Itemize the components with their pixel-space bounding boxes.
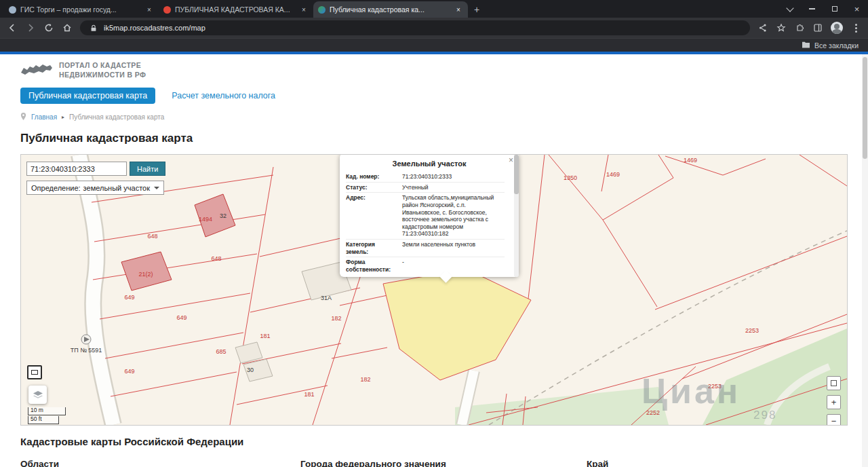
zoom-controls: + − <box>827 376 841 426</box>
popup-field-value: Земли населенных пунктов <box>402 241 505 255</box>
russia-map-logo-icon <box>20 61 53 80</box>
popup-row: Адрес:Тульская область,муниципальный рай… <box>346 193 505 240</box>
window-controls: × <box>778 0 868 18</box>
browser-tab-2[interactable]: ПУБЛИЧНАЯ КАДАСТРОВАЯ КА... × <box>159 1 313 18</box>
nav-link-land-tax[interactable]: Расчет земельного налога <box>172 91 275 100</box>
popup-row: Категория земель:Земли населенных пункто… <box>346 240 505 257</box>
footer-column-heading: Области <box>20 459 59 467</box>
extensions-puzzle-icon[interactable] <box>794 22 805 33</box>
page-scrollbar[interactable] <box>862 54 868 467</box>
bookmark-star-icon[interactable] <box>776 22 787 33</box>
maximize-button[interactable] <box>823 0 846 18</box>
new-tab-button[interactable]: + <box>468 1 486 18</box>
address-bar[interactable]: ik5map.roscadastres.com/map <box>80 20 750 35</box>
footer-column-heading: Край <box>587 459 608 467</box>
popup-field-value: - <box>402 259 505 273</box>
tab-close-icon[interactable]: × <box>144 5 154 14</box>
home-icon[interactable] <box>62 22 73 33</box>
tab-close-icon[interactable]: × <box>299 5 309 14</box>
popup-field-value: Тульская область,муниципальный район Ясн… <box>402 194 505 238</box>
popup-scrollbar[interactable] <box>514 154 519 277</box>
popup-scrollbar-thumb[interactable] <box>514 155 519 194</box>
tab-strip: ГИС Торги – продажи госуд... × ПУБЛИЧНАЯ… <box>0 0 868 18</box>
site-nav: Публичная кадастровая карта Расчет земел… <box>20 88 848 104</box>
filter-value: земельный участок <box>83 184 150 192</box>
parcel-info-popup: × Земельный участок Кад. номер:71:23:040… <box>340 154 519 277</box>
close-window-button[interactable]: × <box>846 0 868 18</box>
filter-label: Определение: <box>31 184 81 192</box>
tab1-favicon <box>9 6 16 14</box>
cadastral-search-input[interactable] <box>26 162 127 176</box>
browser-tab-3-active[interactable]: Публичная кадастровая ка... × <box>313 1 468 18</box>
share-icon[interactable] <box>757 22 768 33</box>
profile-avatar[interactable] <box>831 22 843 34</box>
folder-icon <box>802 41 810 50</box>
page-scrollbar-thumb[interactable] <box>863 57 867 159</box>
popup-row: Форма собственности:- <box>346 257 505 274</box>
popup-row: Кад. номер:71:23:040310:2333 <box>346 172 505 183</box>
scale-meters: 10 m <box>28 407 66 415</box>
popup-field-label: Категория земель: <box>346 241 399 255</box>
map-scale: 10 m 50 ft <box>28 407 66 424</box>
window-menu-chevron-icon[interactable] <box>778 0 801 18</box>
browser-tab-1[interactable]: ГИС Торги – продажи госуд... × <box>4 1 159 18</box>
screenshot-tool-button[interactable] <box>27 365 42 379</box>
watermark-number: 298 <box>753 409 776 422</box>
popup-close-icon[interactable]: × <box>509 156 513 164</box>
zoom-out-button[interactable]: − <box>827 414 841 426</box>
nav-tab-cadastral-map[interactable]: Публичная кадастровая карта <box>20 88 155 104</box>
browser-window: ГИС Торги – продажи госуд... × ПУБЛИЧНАЯ… <box>0 0 868 467</box>
reload-icon[interactable] <box>43 22 54 33</box>
map-container: 64713501469146964864814943221(2)64964964… <box>20 154 848 426</box>
tab-title: ПУБЛИЧНАЯ КАДАСТРОВАЯ КА... <box>175 5 295 14</box>
logo-line2: НЕДВИЖИМОСТИ В РФ <box>59 71 146 80</box>
popup-field-value: Учтенный <box>402 184 505 191</box>
tab-title: ГИС Торги – продажи госуд... <box>20 5 140 14</box>
forward-icon[interactable] <box>25 22 36 33</box>
bookmarks-bar: Все закладки <box>0 38 868 52</box>
map-search-panel: Найти <box>26 162 165 176</box>
popup-row: Статус:Учтенный <box>346 183 505 193</box>
layers-button[interactable] <box>28 386 47 404</box>
popup-field-label: Кад. номер: <box>346 173 399 181</box>
popup-field-label: Статус: <box>346 184 399 191</box>
popup-field-value: 71:23:040310:2333 <box>402 173 505 181</box>
search-button[interactable]: Найти <box>130 162 165 176</box>
minimize-button[interactable] <box>801 0 823 18</box>
site-logo: ПОРТАЛ О КАДАСТРЕ НЕДВИЖИМОСТИ В РФ <box>20 61 848 80</box>
footer-column-heading: Города федерального значения <box>300 459 446 467</box>
webpage: ПОРТАЛ О КАДАСТРЕ НЕДВИЖИМОСТИ В РФ Публ… <box>0 54 868 467</box>
tab2-favicon <box>163 6 171 14</box>
all-bookmarks-label[interactable]: Все закладки <box>814 41 859 50</box>
browser-toolbar: ik5map.roscadastres.com/map <box>0 18 868 38</box>
footer-title: Кадастровые карты Российской Федерации <box>20 436 848 447</box>
breadcrumb-separator: ▸ <box>62 114 64 120</box>
zoom-in-button[interactable]: + <box>827 395 841 409</box>
back-icon[interactable] <box>7 22 18 33</box>
logo-line1: ПОРТАЛ О КАДАСТРЕ <box>59 61 146 71</box>
breadcrumb-current: Публичная кадастровая карта <box>69 113 164 121</box>
popup-body: Кад. номер:71:23:040310:2333Статус:Учтен… <box>346 172 513 274</box>
lock-icon <box>88 22 99 33</box>
browser-menu-icon[interactable] <box>850 22 861 33</box>
popup-title: Земельный участок <box>346 160 513 168</box>
popup-field-label: Форма собственности: <box>346 259 399 273</box>
tab-panel-icon[interactable] <box>812 22 823 33</box>
popup-field-label: Адрес: <box>346 194 399 238</box>
page-title: Публичная кадастровая карта <box>20 132 848 145</box>
parcel-type-select[interactable]: Определение: земельный участок <box>26 181 164 195</box>
tab3-favicon <box>318 6 326 14</box>
scale-feet: 50 ft <box>28 416 59 424</box>
fullscreen-button[interactable] <box>827 376 841 390</box>
tab-close-icon[interactable]: × <box>454 5 463 14</box>
tab-title: Публичная кадастровая ка... <box>330 5 450 14</box>
cian-watermark: Циан <box>642 371 741 411</box>
url-text: ik5map.roscadastres.com/map <box>104 24 205 32</box>
breadcrumb-home-link[interactable]: Главная <box>31 113 57 121</box>
map-pin-icon <box>20 113 26 122</box>
breadcrumb: Главная ▸ Публичная кадастровая карта <box>20 113 848 122</box>
footer-columns: ОбластиГорода федерального значенияКрай <box>20 459 848 467</box>
